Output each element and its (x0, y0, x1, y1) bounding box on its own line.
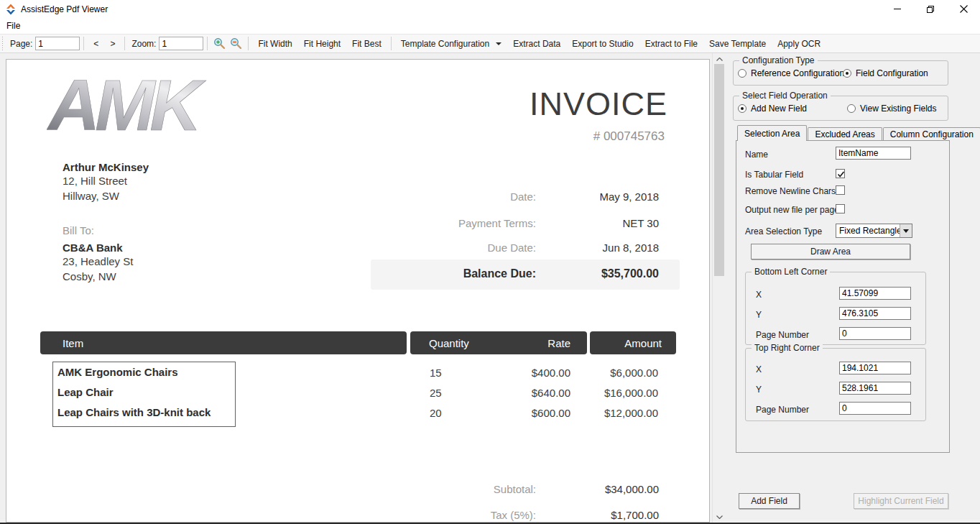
export-to-studio-button[interactable]: Export to Studio (566, 35, 639, 52)
bottom-left-y-input[interactable] (839, 307, 911, 320)
balance-due-value: $35,700.00 (536, 267, 659, 280)
prev-page-button[interactable]: < (88, 35, 104, 52)
radio-view-existing-fields[interactable]: View Existing Fields (847, 104, 937, 114)
title-bar: AssistEdge Pdf Viewer (0, 0, 980, 18)
top-right-corner-group: Top Right Corner X Y Page Number (745, 348, 926, 421)
page-number-label: Page Number (756, 330, 809, 340)
draw-area-button[interactable]: Draw Area (751, 244, 910, 259)
zoom-out-icon[interactable] (230, 37, 242, 50)
radio-field-configuration[interactable]: Field Configuration (843, 68, 928, 78)
remove-newline-checkbox[interactable] (836, 185, 845, 195)
add-field-button[interactable]: Add Field (739, 493, 800, 509)
configuration-panel: Configuration Type Reference Configurati… (727, 53, 980, 523)
save-template-button[interactable]: Save Template (703, 35, 772, 52)
invoice-number: # 000745763 (593, 129, 665, 144)
tab-strip: Selection Area Excluded Areas Column Con… (737, 125, 980, 141)
balance-due-bar: Balance Due: $35,700.00 (371, 259, 680, 290)
x-label: X (756, 290, 762, 300)
radio-reference-configuration[interactable]: Reference Configuration (738, 68, 844, 78)
sender-name: Arthur McKinsey (63, 161, 149, 173)
top-right-page-input[interactable] (839, 402, 911, 415)
apply-ocr-button[interactable]: Apply OCR (772, 35, 826, 52)
fit-width-button[interactable]: Fit Width (252, 35, 297, 52)
dropdown-button[interactable] (900, 224, 912, 237)
sender-address: Arthur McKinsey 12, Hill Street Hillway,… (63, 161, 149, 203)
page-number-label: Page Number (756, 405, 809, 415)
is-tabular-label: Is Tabular Field (745, 170, 803, 180)
balance-due-label: Balance Due: (371, 267, 536, 280)
menu-bar: File (0, 18, 980, 34)
zoom-input[interactable] (159, 37, 203, 50)
app-logo-icon (5, 4, 17, 15)
area-selection-type-label: Area Selection Type (745, 226, 822, 236)
bill-to-block: Bill To: CB&A Bank 23, Headley St Cosby,… (63, 224, 133, 284)
window-title: AssistEdge Pdf Viewer (21, 4, 108, 14)
field-selection-rectangle[interactable] (52, 362, 236, 427)
scroll-down-icon[interactable] (713, 511, 726, 523)
output-per-page-checkbox[interactable] (836, 204, 845, 213)
output-per-page-label: Output new file per page (745, 205, 839, 215)
radio-icon (847, 104, 856, 113)
scrollbar-thumb[interactable] (714, 64, 724, 276)
page-label: Page: (10, 39, 32, 49)
next-page-button[interactable]: > (104, 35, 121, 52)
invoice-date-row: Date: May 9, 2018 (244, 190, 659, 203)
radio-add-new-field[interactable]: Add New Field (738, 104, 807, 114)
bottom-left-x-input[interactable] (839, 287, 911, 300)
tab-selection-area[interactable]: Selection Area (737, 125, 807, 141)
highlight-current-field-button: Highlight Current Field (854, 493, 948, 509)
restore-button[interactable] (914, 0, 947, 18)
toolbar: Page: < > Zoom: Fit Width Fit Height Fit… (0, 34, 980, 53)
chevron-down-icon (496, 42, 501, 45)
bill-to-street: 23, Headley St (63, 254, 133, 269)
toolbar-grip (1, 37, 5, 50)
bill-to-city: Cosby, NW (63, 269, 133, 284)
extract-to-file-button[interactable]: Extract to File (639, 35, 703, 52)
bottom-left-corner-group: Bottom Left Corner X Y Page Number (745, 272, 926, 345)
fit-height-button[interactable]: Fit Height (298, 35, 346, 52)
sender-city: Hillway, SW (63, 188, 149, 203)
close-button[interactable] (947, 0, 980, 18)
vertical-scrollbar[interactable] (712, 53, 725, 523)
menu-file[interactable]: File (0, 18, 27, 34)
radio-icon (738, 69, 746, 78)
name-label: Name (745, 150, 768, 160)
table-header-qty-rate: Quantity Rate (410, 331, 587, 354)
table-header-amount: Amount (590, 331, 676, 354)
x-label: X (756, 364, 762, 374)
radio-icon (843, 69, 851, 78)
company-logo: AMK (47, 67, 234, 144)
bill-to-name: CB&A Bank (63, 242, 133, 254)
top-right-y-input[interactable] (839, 382, 911, 395)
pdf-page[interactable]: AMK INVOICE # 000745763 Arthur McKinsey … (6, 59, 710, 523)
minimize-button[interactable] (881, 0, 914, 18)
selection-area-tabpage: Name Is Tabular Field Remove Newline Cha… (736, 140, 950, 453)
template-configuration-menu[interactable]: Template Configuration (395, 35, 507, 52)
top-right-x-input[interactable] (839, 362, 911, 374)
area-selection-type-dropdown[interactable]: Fixed Rectangle (836, 224, 912, 238)
bill-to-label: Bill To: (63, 224, 133, 236)
extract-data-button[interactable]: Extract Data (507, 35, 566, 52)
due-date-row: Due Date: Jun 8, 2018 (244, 242, 659, 254)
scroll-up-icon[interactable] (713, 53, 726, 65)
table-header-item: Item (40, 331, 407, 354)
subtotal-row: Subtotal: $34,000.00 (244, 483, 659, 495)
zoom-in-icon[interactable] (213, 37, 226, 50)
payment-terms-row: Payment Terms: NET 30 (244, 217, 659, 229)
name-input[interactable] (836, 147, 911, 160)
page-input[interactable] (35, 37, 80, 50)
zoom-label: Zoom: (131, 39, 156, 49)
tab-excluded-areas[interactable]: Excluded Areas (808, 127, 882, 141)
bottom-left-page-input[interactable] (839, 327, 911, 340)
configuration-type-group: Configuration Type Reference Configurati… (733, 60, 948, 86)
remove-newline-label: Remove Newline Chars (745, 186, 836, 196)
field-operation-group: Select Field Operation Add New Field Vie… (733, 96, 948, 121)
invoice-title: INVOICE (530, 86, 667, 123)
chevron-down-icon (903, 229, 909, 233)
is-tabular-checkbox[interactable] (836, 169, 845, 178)
tab-column-configuration[interactable]: Column Configuration (883, 127, 980, 141)
y-label: Y (756, 385, 762, 395)
fit-best-button[interactable]: Fit Best (346, 35, 387, 52)
tax-row: Tax (5%): $1,700.00 (244, 509, 659, 521)
check-icon (836, 170, 846, 179)
